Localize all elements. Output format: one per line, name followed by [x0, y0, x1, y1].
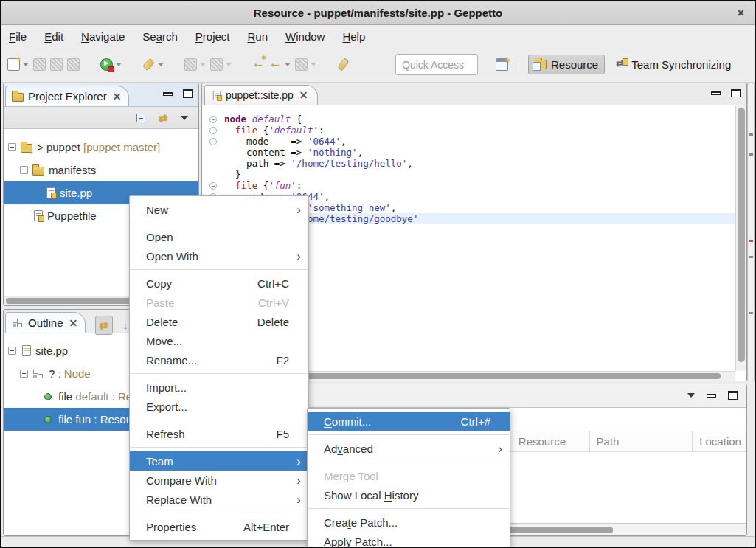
close-icon[interactable]: ✕: [113, 91, 122, 103]
dropdown-chevron-icon[interactable]: [116, 63, 122, 66]
menubar-item-project[interactable]: Project: [195, 30, 230, 43]
save-all-icon: [67, 58, 80, 71]
menu-item-label: New: [146, 204, 168, 216]
outline-icon: [12, 318, 24, 330]
code-text: content => 'nothing',: [224, 147, 363, 158]
sort-icon[interactable]: ↓: [123, 320, 128, 331]
back-button[interactable]: [269, 58, 291, 71]
column-header-resource[interactable]: Resource: [512, 431, 590, 451]
pin-editor-button[interactable]: [337, 58, 350, 71]
view-menu-icon[interactable]: [181, 116, 188, 120]
team-submenu: Commit...Ctrl+#Advanced›Merge ToolShow L…: [307, 408, 510, 548]
scrollbar-thumb[interactable]: [738, 108, 745, 362]
minimize-icon[interactable]: [711, 91, 721, 95]
minimize-icon[interactable]: [163, 92, 173, 96]
collapse-fold-icon[interactable]: [209, 182, 217, 190]
collapse-fold-icon[interactable]: [209, 138, 217, 145]
fold-gutter: [202, 138, 224, 145]
dropdown-chevron-icon[interactable]: [226, 63, 232, 66]
link-with-editor-icon[interactable]: ⇄: [159, 113, 167, 123]
new-wizard-button[interactable]: [7, 58, 29, 71]
code-line-7[interactable]: file {'fun':: [202, 180, 735, 191]
submenu-item-create-patch[interactable]: Create Patch...: [308, 513, 510, 532]
open-perspective-icon[interactable]: [496, 58, 508, 71]
menubar-item-search[interactable]: Search: [142, 30, 178, 43]
menubar-item-help[interactable]: Help: [342, 30, 365, 43]
column-header-location[interactable]: Location: [693, 431, 746, 451]
editor-vscrollbar[interactable]: [735, 105, 746, 371]
project-explorer-tab[interactable]: Project Explorer ✕: [5, 86, 129, 106]
pp-file-icon: [46, 187, 55, 198]
quick-access-input[interactable]: [395, 54, 478, 75]
menu-item-refresh[interactable]: RefreshF5: [130, 424, 308, 443]
code-line-6[interactable]: }: [202, 169, 735, 180]
link-with-editor-button[interactable]: ⇄: [95, 316, 113, 335]
dropdown-chevron-icon[interactable]: [200, 63, 206, 66]
submenu-item-apply-patch[interactable]: Apply Patch...: [308, 532, 510, 548]
submenu-item-advanced[interactable]: Advanced›: [308, 439, 510, 458]
minimize-icon[interactable]: [707, 394, 716, 398]
code-line-5[interactable]: path => '/home/testing/hello',: [202, 158, 735, 169]
menu-item-accelerator: Ctrl+V: [236, 296, 289, 309]
menu-item-open[interactable]: Open: [130, 227, 308, 246]
code-line-1[interactable]: node default {: [202, 114, 735, 125]
menubar-item-file[interactable]: File: [9, 30, 27, 43]
menubar-item-window[interactable]: Window: [285, 30, 325, 43]
view-menu-icon[interactable]: [687, 393, 695, 398]
collapse-fold-icon[interactable]: [209, 127, 217, 134]
menubar-item-navigate[interactable]: Navigate: [81, 30, 125, 43]
expander-icon[interactable]: [20, 166, 28, 174]
menu-item-compare-with[interactable]: Compare With›: [130, 471, 308, 490]
tree-item-puppet[interactable]: > puppet [puppet master]: [4, 136, 198, 159]
menu-item-import[interactable]: Import...: [130, 378, 308, 397]
editor-tab-site-pp[interactable]: puppet::site.pp ✕: [204, 85, 318, 105]
expander-icon[interactable]: [20, 370, 28, 378]
submenu-item-show-local-history[interactable]: Show Local History: [308, 485, 510, 504]
expander-icon[interactable]: [8, 347, 16, 355]
menu-item-properties[interactable]: PropertiesAlt+Enter: [130, 517, 308, 536]
close-icon[interactable]: ✕: [69, 317, 78, 329]
new-wizard-icon: [7, 58, 20, 71]
menu-item-rename[interactable]: Rename...F2: [130, 350, 308, 370]
run-button[interactable]: [100, 58, 122, 71]
perspective-team-synchronizing[interactable]: Team Synchronizing: [609, 55, 738, 74]
menu-item-open-with[interactable]: Open With›: [130, 246, 308, 266]
titlebar[interactable]: Resource - puppet/manifests/site.pp - Ge…: [1, 1, 755, 25]
menu-item-copy[interactable]: CopyCtrl+C: [130, 274, 308, 293]
code-line-3[interactable]: mode => '0644',: [202, 136, 735, 147]
menu-item-new[interactable]: New›: [130, 200, 308, 219]
perspective-resource[interactable]: Resource: [528, 55, 605, 74]
collapse-all-icon[interactable]: [136, 114, 145, 122]
fold-gutter: [202, 127, 224, 134]
column-header-path[interactable]: Path: [590, 431, 693, 451]
menubar-item-run[interactable]: Run: [248, 30, 268, 43]
menu-item-replace-with[interactable]: Replace With›: [130, 490, 308, 509]
expander-icon[interactable]: [8, 143, 16, 151]
window-close-icon[interactable]: ×: [738, 7, 744, 20]
collapse-fold-icon[interactable]: [209, 116, 217, 123]
last-edit-location-button[interactable]: [252, 58, 265, 71]
maximize-icon[interactable]: [183, 89, 193, 98]
submenu-item-commit[interactable]: Commit...Ctrl+#: [308, 412, 510, 431]
menu-item-move[interactable]: Move...: [130, 331, 308, 350]
outline-tab[interactable]: Outline ✕: [5, 312, 86, 333]
menu-item-delete[interactable]: DeleteDelete: [130, 312, 308, 331]
tree-item-manifests[interactable]: manifests: [4, 159, 198, 181]
toggle-mark-occurrences-button[interactable]: [142, 58, 164, 71]
code-line-4[interactable]: content => 'nothing',: [202, 147, 735, 158]
maximize-icon[interactable]: [731, 89, 741, 97]
tree-item-label: site.pp: [60, 187, 92, 199]
dropdown-chevron-icon[interactable]: [311, 63, 316, 66]
dropdown-chevron-icon[interactable]: [23, 63, 29, 66]
dropdown-chevron-icon[interactable]: [158, 63, 164, 66]
menu-item-team[interactable]: Team›: [130, 451, 308, 471]
menu-item-export[interactable]: Export...: [130, 397, 308, 416]
code-line-2[interactable]: file {'default':: [202, 125, 735, 136]
menu-item-label: Open With: [146, 250, 198, 263]
menubar-item-edit[interactable]: Edit: [44, 30, 63, 43]
overview-ruler[interactable]: [747, 83, 755, 381]
dropdown-chevron-icon[interactable]: [285, 63, 291, 66]
close-icon[interactable]: ✕: [299, 89, 308, 101]
column-header-label: Resource: [519, 435, 566, 448]
maximize-icon[interactable]: [728, 391, 738, 400]
